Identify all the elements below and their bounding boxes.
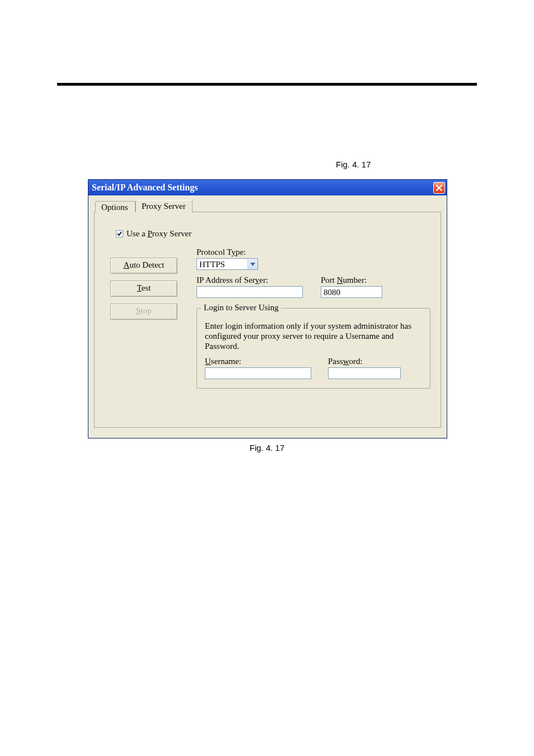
chevron-down-icon	[247, 259, 257, 269]
login-group-legend: Login to Server Using	[202, 303, 281, 312]
tab-options[interactable]: Options	[95, 201, 135, 212]
password-input[interactable]	[328, 367, 401, 379]
stop-button: Stop	[110, 304, 177, 320]
ip-address-input[interactable]	[196, 286, 303, 298]
close-icon	[435, 184, 443, 192]
advanced-settings-dialog: Serial/IP Advanced Settings Options Prox…	[88, 179, 447, 438]
tab-strip: Options Proxy Server	[94, 200, 441, 212]
close-button[interactable]	[433, 182, 445, 194]
password-label: Password:	[328, 357, 401, 366]
checkmark-icon	[116, 231, 123, 237]
username-input[interactable]	[205, 367, 311, 379]
settings-column: Protocol Type: HTTPS IP Address of Serve…	[194, 248, 430, 389]
tab-panel-proxy: Use a Proxy Server Auto Detect Test Stop	[94, 212, 441, 428]
dialog-client-area: Options Proxy Server Use a Proxy Server …	[88, 195, 447, 438]
titlebar[interactable]: Serial/IP Advanced Settings	[88, 180, 447, 195]
port-number-input[interactable]: 8080	[321, 286, 382, 298]
test-button[interactable]: Test	[110, 281, 177, 297]
port-number-label: Port Number:	[321, 276, 382, 285]
titlebar-text: Serial/IP Advanced Settings	[92, 183, 433, 193]
ip-address-label: IP Address of Server:	[196, 276, 303, 285]
use-proxy-checkbox[interactable]	[116, 230, 123, 237]
page-divider	[57, 83, 477, 86]
button-column: Auto Detect Test Stop	[110, 248, 194, 389]
username-label: Username:	[205, 357, 311, 366]
protocol-type-select[interactable]: HTTPS	[196, 258, 258, 270]
figure-caption-bottom: Fig. 4. 17	[88, 443, 446, 452]
login-groupbox: Login to Server Using Enter login inform…	[196, 308, 430, 389]
protocol-type-label: Protocol Type:	[196, 248, 430, 257]
tab-proxy-server[interactable]: Proxy Server	[135, 200, 193, 212]
protocol-type-value: HTTPS	[197, 259, 247, 269]
figure-caption-top: Fig. 4. 17	[336, 160, 534, 169]
use-proxy-label: Use a Proxy Server	[127, 229, 191, 239]
auto-detect-button[interactable]: Auto Detect	[110, 258, 177, 274]
use-proxy-row: Use a Proxy Server	[116, 229, 430, 239]
login-group-description: Enter login information only if your sys…	[205, 321, 422, 351]
